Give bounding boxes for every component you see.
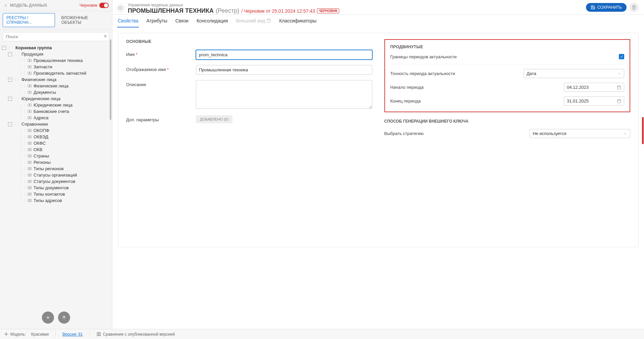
drag-handle-icon[interactable]: ⋮⋮ (19, 192, 26, 196)
search-clear-icon[interactable]: ✕ (103, 33, 107, 39)
svg-point-51 (120, 7, 121, 9)
ref-icon (28, 141, 32, 145)
tree-collapse-icon[interactable]: − (8, 122, 12, 126)
tree-collapse-icon[interactable]: − (8, 97, 12, 101)
arrow-up-icon (61, 315, 67, 320)
tree-item[interactable]: ⋮⋮ Банковские счета (2, 108, 110, 115)
added-button[interactable]: ДОБАВЛЕНО (0) (196, 115, 232, 123)
strategy-select[interactable]: Не используется (530, 129, 630, 138)
tree-group[interactable]: − ⋮⋮ Продукция (2, 51, 110, 57)
description-textarea[interactable] (196, 80, 372, 109)
drag-handle-icon[interactable]: ⋮⋮ (13, 97, 20, 100)
drag-handle-icon[interactable]: ⋮⋮ (19, 180, 26, 183)
help-icon (266, 18, 271, 23)
add-button[interactable] (42, 312, 54, 324)
drag-handle-icon[interactable]: ⋮⋮ (19, 65, 26, 69)
tab-2[interactable]: Связи (175, 15, 189, 27)
search-input[interactable] (3, 32, 109, 41)
tree-item[interactable]: ⋮⋮ ОКОПФ (2, 127, 110, 134)
drag-handle-icon[interactable]: ⋮⋮ (19, 84, 26, 88)
right-scrollbar[interactable] (642, 117, 644, 144)
sidebar-scrollbar[interactable] (110, 40, 111, 120)
drag-handle-icon[interactable]: ⋮⋮ (19, 160, 26, 164)
tree-item[interactable]: ⋮⋮ Запчасти (2, 64, 110, 70)
ref-icon (28, 129, 32, 132)
tree-item[interactable]: ⋮⋮ Производитель запчастей (2, 70, 110, 76)
book-icon (28, 90, 32, 94)
ref-icon (28, 180, 32, 183)
sidebar-tab-registries[interactable]: РЕЕСТРЫ / СПРАВОЧН... (3, 13, 55, 27)
drag-handle-icon[interactable]: ⋮⋮ (19, 103, 26, 107)
name-input[interactable] (196, 50, 372, 60)
drag-handle-icon[interactable]: ⋮⋮ (19, 59, 26, 62)
page-title: ПРОМЫШЛЕННАЯ ТЕХНИКА (Реестр) / Черновик… (128, 7, 339, 14)
drag-handle-icon[interactable]: ⋮⋮ (19, 186, 26, 190)
tree-item[interactable]: ⋮⋮ Документы (2, 89, 110, 95)
drag-handle-icon[interactable]: ⋮⋮ (19, 129, 26, 132)
tree-item[interactable]: ⋮⋮ ОКВ (2, 146, 110, 153)
back-icon[interactable] (3, 3, 8, 8)
tree-item[interactable]: ⋮⋮ Страны (2, 153, 110, 159)
svg-rect-58 (618, 99, 621, 103)
settings-icon[interactable] (116, 3, 125, 13)
status-compare[interactable]: Сравнение с опубликованной версией (97, 332, 175, 337)
period-end-input[interactable]: 31.01.2025 (564, 96, 624, 106)
tree-item[interactable]: ⋮⋮ Статусы документов (2, 178, 110, 185)
drag-handle-icon[interactable]: ⋮⋮ (19, 71, 26, 75)
save-button[interactable]: СОХРАНИТЬ (586, 3, 627, 12)
drag-handle-icon[interactable]: ⋮⋮ (7, 46, 14, 50)
drag-handle-icon[interactable]: ⋮⋮ (19, 199, 26, 202)
drag-handle-icon[interactable]: ⋮⋮ (13, 52, 20, 56)
tree-collapse-icon[interactable]: − (8, 78, 12, 82)
tree-item[interactable]: ⋮⋮ Типы контактов (2, 191, 110, 197)
display-name-input[interactable] (196, 65, 372, 75)
tree-item[interactable]: ⋮⋮ Типы документов (2, 185, 110, 191)
boundaries-checkbox[interactable]: ✓ (619, 54, 624, 59)
precision-select[interactable]: Дата (524, 69, 624, 78)
tree-item[interactable]: ⋮⋮ Юридические лица (2, 102, 110, 108)
tree-group[interactable]: − ⋮⋮ Юридические лица (2, 95, 110, 102)
svg-rect-63 (97, 333, 98, 336)
drag-handle-icon[interactable]: ⋮⋮ (19, 148, 26, 151)
tree-item[interactable]: ⋮⋮ Типы регионов (2, 165, 110, 172)
tree-item[interactable]: ⋮⋮ Промышленная техника (2, 57, 110, 64)
tree-item[interactable]: ⋮⋮ Адреса (2, 115, 110, 121)
toggle-switch[interactable] (99, 3, 109, 8)
drag-handle-icon[interactable]: ⋮⋮ (19, 167, 26, 171)
tab-3[interactable]: Консолидация (196, 15, 229, 27)
drag-handle-icon[interactable]: ⋮⋮ (19, 110, 26, 113)
tab-5[interactable]: Классификаторы (278, 15, 317, 27)
period-start-input[interactable]: 04.12.2023 (564, 83, 624, 92)
sidebar-title: МОДЕЛЬ ДАННЫХ (3, 3, 47, 8)
drag-handle-icon[interactable]: ⋮⋮ (19, 90, 26, 94)
drag-handle-icon[interactable]: ⋮⋮ (19, 135, 26, 139)
tab-0[interactable]: Свойства (117, 15, 139, 27)
tree-item[interactable]: ⋮⋮ Физические лица (2, 83, 110, 89)
tree-collapse-icon[interactable]: − (8, 52, 12, 56)
drag-handle-icon[interactable]: ⋮⋮ (19, 154, 26, 158)
svg-point-62 (6, 334, 7, 335)
draft-toggle[interactable]: Черновик (79, 3, 109, 8)
drag-handle-icon[interactable]: ⋮⋮ (19, 116, 26, 120)
drag-handle-icon[interactable]: ⋮⋮ (13, 78, 20, 81)
tree-item[interactable]: ⋮⋮ Типы адресов (2, 197, 110, 204)
tree-item[interactable]: ⋮⋮ Статусы организаций (2, 172, 110, 178)
sidebar-tab-nested[interactable]: ВЛОЖЕННЫЕ ОБЪЕКТЫ (58, 13, 109, 27)
drag-handle-icon[interactable]: ⋮⋮ (19, 141, 26, 145)
search-container: ✕ (3, 32, 109, 41)
up-button[interactable] (58, 312, 70, 324)
status-version[interactable]: Версия: 81 (62, 332, 83, 337)
precision-label: Точность периода актуальности (390, 71, 455, 76)
tree-item[interactable]: ⋮⋮ ОКВЭД (2, 134, 110, 140)
tree-collapse-icon[interactable]: − (2, 46, 6, 50)
delete-button[interactable] (629, 3, 639, 12)
tree-item[interactable]: ⋮⋮ ОКФС (2, 140, 110, 146)
drag-handle-icon[interactable]: ⋮⋮ (19, 173, 26, 177)
tree-group[interactable]: − ⋮⋮ Справочники (2, 121, 110, 127)
tree-group[interactable]: − ⋮⋮ Физические лица (2, 76, 110, 83)
tree-root[interactable]: − ⋮⋮ Корневая группа (2, 45, 110, 51)
drag-handle-icon[interactable]: ⋮⋮ (13, 122, 20, 126)
breadcrumb: Управление моделью данных (128, 3, 339, 7)
tab-1[interactable]: Атрибуты (146, 15, 168, 27)
tree-item[interactable]: ⋮⋮ Регионы (2, 159, 110, 165)
